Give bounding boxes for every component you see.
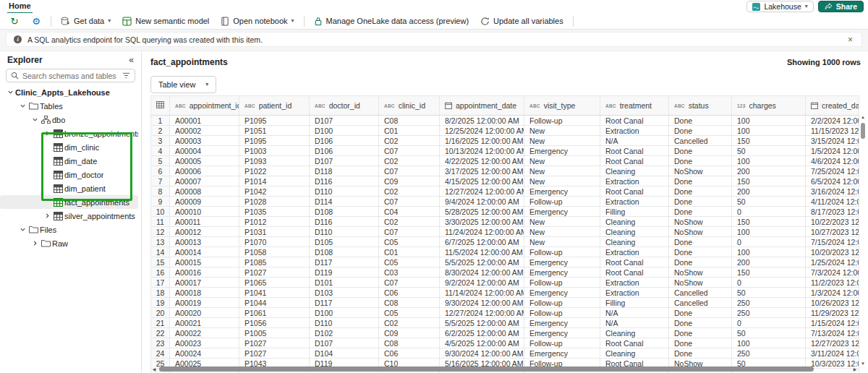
table-cell: D100 [310,308,379,318]
tree-item-Tables[interactable]: Tables [0,99,138,113]
column-header-patient_id[interactable]: ABCpatient_id [239,96,310,116]
tree-item-fact_appointments[interactable]: fact_appointments [0,195,138,209]
tab-home[interactable]: Home [7,0,33,14]
table-cell: New [524,227,600,237]
column-header-charges[interactable]: 123charges [732,96,806,116]
window-tab-strip: Home Lakehouse ▾ Share [0,0,868,13]
share-button[interactable]: Share [818,1,864,12]
table-cell: Extraction [600,197,669,207]
row-number: 11 [151,217,170,227]
row-number: 7 [151,176,170,186]
table-cell: A00022 [170,328,239,338]
search-input[interactable] [22,72,119,80]
chevron-right-icon[interactable] [30,240,40,246]
table-cell: D117 [310,257,379,267]
table-row: 11A00011P1012D116C023/30/2025 12:00:00 A… [151,217,859,227]
table-cell: D103 [310,288,379,298]
table-cell: D101 [310,278,379,288]
open-notebook-button[interactable]: Open notebook ▾ [218,15,296,27]
get-data-label: Get data [74,17,104,25]
refresh-button[interactable]: ↻ [7,14,22,27]
table-cell: 10/26/2023 12:00:00 AM [806,298,859,308]
row-number: 4 [151,146,170,156]
scroll-right-icon[interactable]: ▶ [851,366,859,372]
tree-item-dim_patient[interactable]: dim_patient [0,181,138,195]
column-header-treatment[interactable]: ABCtreatment [600,96,669,116]
tree-item-bronze_appointments[interactable]: bronze_appointments [0,127,138,140]
tree-item-label: dim_patient [64,184,106,193]
database-icon [61,17,70,26]
table-cell: 7/25/2024 12:00:00 AM [806,166,859,176]
row-number: 14 [151,247,170,257]
horizontal-scrollbar[interactable]: ◀ ▶ [150,365,859,372]
table-cell: 8/30/2024 12:00:00 AM [440,267,524,278]
table-cell: 5/5/2025 12:00:00 AM [440,257,524,267]
scroll-down-icon[interactable]: ▼ [859,361,867,366]
chevron-right-icon[interactable] [43,130,52,137]
column-header-clinic_id[interactable]: ABCclinic_id [379,96,440,116]
scroll-up-icon[interactable]: ▲ [859,115,867,119]
row-number: 20 [151,308,170,318]
vertical-scrollbar[interactable]: ▲ ▼ [859,115,867,366]
scroll-left-icon[interactable]: ◀ [150,366,158,372]
grid-icon [156,101,164,108]
table-cell: 12/27/2024 12:00:00 AM [440,186,524,197]
column-header-status[interactable]: ABCstatus [669,96,732,116]
column-header-label: clinic_id [399,101,425,110]
table-cell: New [524,136,600,146]
manage-onelake-access-button[interactable]: Manage OneLake data access (preview) [312,15,472,27]
collapse-panel-icon[interactable]: « [129,55,134,65]
table-cell: 1/15/2024 12:00:00 AM [806,318,859,328]
chevron-down-icon[interactable] [18,103,27,109]
tree-item-dbo[interactable]: dbo [0,113,138,127]
horizontal-scroll-thumb[interactable] [159,366,814,372]
column-header-created_date[interactable]: created_date [806,96,859,116]
tree-item-Clinic_Appts_Lakehouse[interactable]: Clinic_Appts_Lakehouse [0,85,138,99]
column-header-doctor_id[interactable]: ABCdoctor_id [310,96,379,116]
close-icon[interactable]: × [846,35,854,45]
tree-item-dim_doctor[interactable]: dim_doctor [0,168,138,181]
tree-item-dim_date[interactable]: dim_date [0,154,138,168]
tree-item-Files[interactable]: Files [0,223,138,236]
column-header-appointment_id[interactable]: ABCappointment_id [170,96,239,116]
vertical-scroll-thumb[interactable] [861,123,865,139]
row-number: 23 [151,338,170,348]
table-cell: Follow-up [524,116,600,126]
chevron-down-icon: ▾ [108,18,111,24]
chevron-down-icon[interactable] [6,89,15,95]
table-cell: 11/24/2024 12:00:00 AM [440,227,524,237]
view-selector-dropdown[interactable]: Table view ▾ [150,76,216,93]
new-semantic-model-button[interactable]: New semantic model [120,15,211,27]
lakehouse-type-dropdown[interactable]: Lakehouse ▾ [746,1,813,12]
update-all-variables-button[interactable]: Update all variables [478,15,566,27]
schema-search[interactable] [6,69,135,82]
table-cell: 1/16/2025 12:00:00 AM [440,136,524,146]
tree-item-dim_clinic[interactable]: dim_clinic [0,140,138,154]
row-number: 13 [151,237,170,247]
tree-item-silver_appointments[interactable]: silver_appointments [0,209,138,223]
table-cell: P1012 [239,217,310,227]
toolbar-divider [304,16,305,27]
tree-item-Raw[interactable]: Raw [0,236,138,250]
table-cell: 10/13/2024 12:00:00 AM [440,146,524,156]
chevron-right-icon[interactable] [43,213,52,219]
table-cell: N/A [600,308,669,318]
column-header-visit_type[interactable]: ABCvisit_type [524,96,600,116]
table-row: 8A00008P1042D110C0212/27/2024 12:00:00 A… [151,186,859,197]
select-all-header[interactable] [151,96,170,116]
table-cell: 9/2/2024 12:00:00 AM [440,278,524,288]
settings-button[interactable]: ⚙ [29,14,43,27]
table-icon [52,212,64,220]
column-header-appointment_date[interactable]: appointment_date [440,96,524,116]
table-cell: A00007 [170,176,239,186]
text-type-icon: ABC [529,103,540,108]
tree-item-label: fact_appointments [64,198,129,207]
table-cell: 1/3/2024 12:00:00 AM [806,288,859,298]
table-cell: C08 [379,298,440,308]
table-cell: P1005 [239,328,310,338]
table-cell: A00005 [170,156,239,166]
get-data-button[interactable]: Get data ▾ [59,15,113,27]
chevron-down-icon[interactable] [18,226,27,233]
row-number: 19 [151,298,170,308]
chevron-down-icon[interactable] [30,116,40,123]
